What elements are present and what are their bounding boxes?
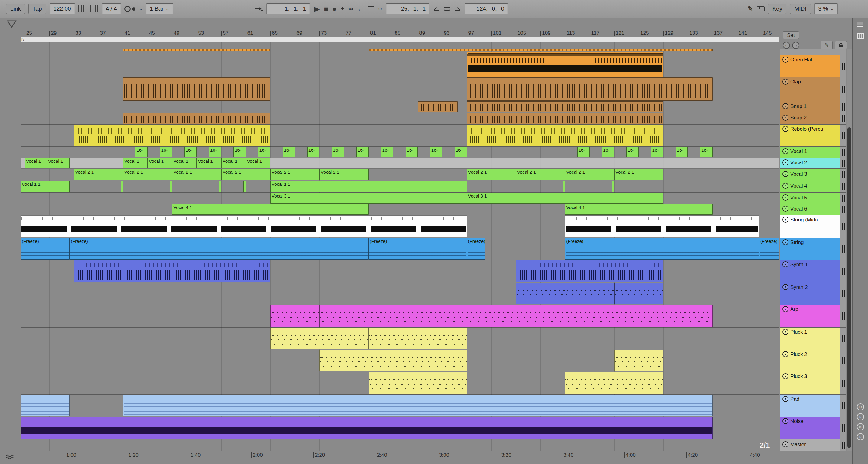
- track-title-cell[interactable]: ▾Open Hat: [780, 55, 840, 77]
- track-unfold-icon[interactable]: ▾: [782, 126, 788, 132]
- track-header-synth-1[interactable]: ▾Synth 1: [780, 260, 846, 283]
- track-title-cell[interactable]: ▾String (Midi): [780, 215, 840, 238]
- menu-icon[interactable]: [857, 22, 864, 29]
- clip-16[interactable]: 16-: [283, 147, 295, 157]
- stop-button[interactable]: ■: [323, 5, 328, 13]
- clip-16[interactable]: 16-: [356, 147, 369, 157]
- track-header-vocal-2[interactable]: ▸Vocal 2: [780, 158, 846, 169]
- arrangement-row-rebolo-percu[interactable]: [21, 125, 779, 147]
- metronome-button[interactable]: ⌄: [124, 6, 143, 12]
- tempo-field[interactable]: 122.00: [50, 3, 75, 14]
- track-header-pad[interactable]: ▾Pad: [780, 395, 846, 417]
- track-header-open-hat[interactable]: ▾Open Hat: [780, 55, 846, 78]
- clip-16[interactable]: 16-: [406, 147, 418, 157]
- clip-16[interactable]: 16-: [258, 147, 270, 157]
- clip[interactable]: [270, 328, 369, 349]
- clip-freeze[interactable]: (Freeze): [565, 238, 759, 259]
- track-header-string-midi[interactable]: ▾String (Midi): [780, 215, 846, 238]
- clip-freeze[interactable]: (Freeze): [69, 238, 369, 259]
- clip[interactable]: [565, 283, 614, 304]
- clip-vocal-2-1[interactable]: Vocal 2 1: [172, 169, 221, 180]
- track-header-pluck-2[interactable]: ▾Pluck 2: [780, 350, 846, 372]
- clip-vocal-1[interactable]: Vocal 1: [123, 158, 148, 168]
- mixer-section-toggle[interactable]: M: [857, 423, 864, 430]
- play-button[interactable]: ▶: [314, 5, 320, 13]
- arrangement-row-vocal-1[interactable]: 16-16-16-16-16-16-16-16-16-16-16-16-16-1…: [21, 147, 779, 158]
- clip[interactable]: [612, 181, 614, 192]
- mixer-sections-icon[interactable]: [857, 33, 864, 40]
- track-header-master[interactable]: ▸Master: [780, 439, 846, 451]
- clip[interactable]: [467, 78, 713, 101]
- loop-length-field[interactable]: 124. 0. 0: [465, 3, 508, 14]
- track-title-cell[interactable]: ▸Vocal 5: [780, 193, 840, 204]
- track-title-cell[interactable]: [780, 52, 840, 55]
- clip-vocal-1[interactable]: Vocal 1: [221, 158, 246, 168]
- arrangement-row-synth-2[interactable]: [21, 283, 779, 305]
- arrangement-row-vocal-4[interactable]: Vocal 1 1Vocal 1 1: [21, 181, 779, 193]
- loop-start-field[interactable]: 25. 1. 1: [386, 3, 430, 14]
- clip-freeze[interactable]: (Freeze): [21, 238, 69, 259]
- track-header-pluck-1[interactable]: ▾Pluck 1: [780, 328, 846, 350]
- clip-vocal-1-1[interactable]: Vocal 1 1: [21, 181, 69, 192]
- clip[interactable]: [467, 113, 663, 124]
- master-fold-icon[interactable]: [7, 20, 17, 30]
- arrangement-row-pluck-3[interactable]: [21, 372, 779, 395]
- clip-vocal-4-1[interactable]: Vocal 4 1: [172, 204, 369, 215]
- track-header-rebolo-percu[interactable]: ▾Rebolo (Percu: [780, 125, 846, 147]
- nudge-down-icon[interactable]: [78, 5, 87, 12]
- track-title-cell[interactable]: ▸Vocal 2: [780, 158, 840, 168]
- clip[interactable]: [467, 125, 663, 146]
- clip[interactable]: [21, 395, 69, 416]
- clip-16[interactable]: 16-: [307, 147, 320, 157]
- session-record-button[interactable]: ○: [378, 5, 382, 13]
- track-unfold-icon[interactable]: ▾: [782, 418, 788, 424]
- clip[interactable]: [369, 328, 467, 349]
- arrangement-row-snap-2[interactable]: [21, 113, 779, 125]
- clip-vocal-1-1[interactable]: Vocal 1 1: [270, 181, 467, 192]
- arrangement-row-pluck-1[interactable]: [21, 328, 779, 350]
- track-title-cell[interactable]: ▾Noise: [780, 417, 840, 439]
- clip-16[interactable]: 16-: [332, 147, 344, 157]
- clip[interactable]: [565, 215, 759, 238]
- clip[interactable]: [319, 350, 467, 371]
- track-title-cell[interactable]: ▸Vocal 1: [780, 147, 840, 158]
- clip-16[interactable]: 16-: [700, 147, 713, 157]
- track-header-vocal-6[interactable]: ▸Vocal 6: [780, 204, 846, 215]
- re-enable-automation-button[interactable]: [368, 6, 374, 11]
- clip[interactable]: [21, 417, 713, 439]
- lock-envelopes-button[interactable]: [835, 41, 847, 49]
- arrangement-row-string[interactable]: (Freeze)(Freeze)(Freeze)(Freeze)(Freeze)…: [21, 238, 779, 260]
- track-title-cell[interactable]: ▸Snap 2: [780, 113, 840, 124]
- arrangement-row-collapsed-1[interactable]: [21, 52, 779, 55]
- cpu-meter[interactable]: 3 % ⌄: [814, 3, 838, 14]
- clip[interactable]: [369, 49, 713, 52]
- clip-vocal-2-1[interactable]: Vocal 2 1: [614, 169, 663, 180]
- clip[interactable]: [123, 78, 270, 101]
- track-title-cell[interactable]: ▾Synth 2: [780, 283, 840, 305]
- clip[interactable]: [467, 101, 663, 112]
- track-fold-icon[interactable]: ▸: [782, 115, 788, 121]
- overdub-button[interactable]: +: [341, 5, 344, 13]
- track-header-vocal-3[interactable]: ▸Vocal 3: [780, 169, 846, 181]
- clip-vocal-2-1[interactable]: Vocal 2 1: [467, 169, 516, 180]
- clip[interactable]: [369, 372, 467, 394]
- arrangement-row-pad[interactable]: [21, 395, 779, 417]
- track-header-vocal-5[interactable]: ▸Vocal 5: [780, 193, 846, 204]
- arrangement-row-string-midi[interactable]: [21, 215, 779, 238]
- track-header-collapsed-1[interactable]: [780, 52, 846, 55]
- clip-freeze[interactable]: (Freeze): [467, 238, 486, 259]
- clip-vocal-1[interactable]: Vocal 1: [246, 158, 270, 168]
- clip[interactable]: [170, 181, 172, 192]
- clip[interactable]: [516, 260, 663, 282]
- track-title-cell[interactable]: ▾Pluck 1: [780, 328, 840, 350]
- track-unfold-icon[interactable]: ▾: [782, 284, 788, 290]
- arrangement-row-synth-1[interactable]: [21, 260, 779, 283]
- track-unfold-icon[interactable]: ▾: [782, 351, 788, 357]
- track-unfold-icon[interactable]: ▾: [782, 306, 788, 312]
- arrangement-row-vocal-5[interactable]: Vocal 3 1Vocal 3 1: [21, 193, 779, 204]
- track-header-arp[interactable]: ▾Arp: [780, 305, 846, 328]
- clip-freeze[interactable]: (Freeze): [369, 238, 467, 259]
- arrangement-row-vocal-2[interactable]: Vocal 1Vocal 1Vocal 1Vocal 1Vocal 1Vocal…: [21, 158, 779, 169]
- clip-16[interactable]: 16-: [430, 147, 442, 157]
- track-header-synth-2[interactable]: ▾Synth 2: [780, 283, 846, 305]
